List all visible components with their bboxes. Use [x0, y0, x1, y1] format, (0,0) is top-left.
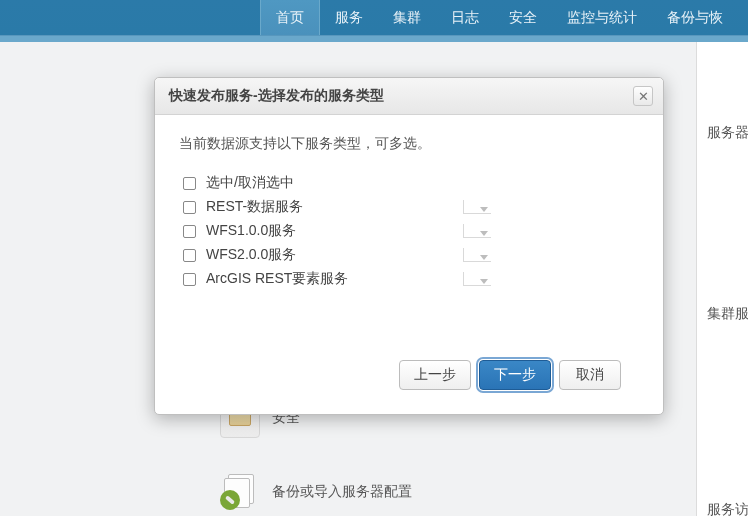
option-label: ArcGIS REST要素服务 — [206, 270, 348, 288]
prev-button[interactable]: 上一步 — [399, 360, 471, 390]
checkbox[interactable] — [183, 273, 196, 286]
nav-security[interactable]: 安全 — [494, 0, 552, 35]
chevron-down-icon — [480, 231, 488, 236]
nav-label: 安全 — [509, 9, 537, 27]
expand-toggle[interactable] — [463, 224, 491, 238]
dialog-description: 当前数据源支持以下服务类型，可多选。 — [179, 135, 639, 153]
option-list: 选中/取消选中 REST-数据服务 WFS1.0.0服务 WFS2.0.0服务 … — [179, 171, 639, 291]
button-label: 取消 — [576, 366, 604, 384]
expand-toggle[interactable] — [463, 248, 491, 262]
option-wfs200: WFS2.0.0服务 — [183, 243, 639, 267]
dialog-body: 当前数据源支持以下服务类型，可多选。 选中/取消选中 REST-数据服务 WFS… — [155, 115, 663, 414]
option-label: WFS1.0.0服务 — [206, 222, 296, 240]
option-rest-data: REST-数据服务 — [183, 195, 639, 219]
nav-label: 首页 — [276, 9, 304, 27]
nav-label: 服务 — [335, 9, 363, 27]
topnav: 首页 服务 集群 日志 安全 监控与统计 备份与恢 — [0, 0, 748, 36]
checkbox[interactable] — [183, 225, 196, 238]
option-label: REST-数据服务 — [206, 198, 303, 216]
nav-label: 监控与统计 — [567, 9, 637, 27]
next-button[interactable]: 下一步 — [479, 360, 551, 390]
expand-toggle[interactable] — [463, 200, 491, 214]
nav-cluster[interactable]: 集群 — [378, 0, 436, 35]
close-icon[interactable]: ✕ — [633, 86, 653, 106]
close-glyph: ✕ — [638, 90, 649, 103]
nav-label: 备份与恢 — [667, 9, 723, 27]
dialog-titlebar: 快速发布服务-选择发布的服务类型 ✕ — [155, 78, 663, 115]
button-label: 下一步 — [494, 366, 536, 384]
cancel-button[interactable]: 取消 — [559, 360, 621, 390]
chevron-down-icon — [480, 255, 488, 260]
option-arcgis-rest: ArcGIS REST要素服务 — [183, 267, 639, 291]
nav-services[interactable]: 服务 — [320, 0, 378, 35]
option-label: WFS2.0.0服务 — [206, 246, 296, 264]
nav-backup[interactable]: 备份与恢 — [652, 0, 738, 35]
nav-label: 集群 — [393, 9, 421, 27]
expand-toggle[interactable] — [463, 272, 491, 286]
option-label: 选中/取消选中 — [206, 174, 294, 192]
right-panel: 服务器基 集群服务 服务访问 — [696, 42, 748, 516]
button-label: 上一步 — [414, 366, 456, 384]
nav-label: 日志 — [451, 9, 479, 27]
right-label-access: 服务访问 — [707, 501, 748, 516]
dialog-title: 快速发布服务-选择发布的服务类型 — [169, 87, 384, 105]
nav-logs[interactable]: 日志 — [436, 0, 494, 35]
nav-monitor[interactable]: 监控与统计 — [552, 0, 652, 35]
backup-icon — [220, 472, 260, 512]
checkbox[interactable] — [183, 177, 196, 190]
chevron-down-icon — [480, 207, 488, 212]
chevron-down-icon — [480, 279, 488, 284]
checkbox[interactable] — [183, 249, 196, 262]
option-wfs100: WFS1.0.0服务 — [183, 219, 639, 243]
nav-home[interactable]: 首页 — [260, 0, 320, 35]
checkbox[interactable] — [183, 201, 196, 214]
right-label-cluster: 集群服务 — [707, 305, 748, 323]
publish-dialog: 快速发布服务-选择发布的服务类型 ✕ 当前数据源支持以下服务类型，可多选。 选中… — [154, 77, 664, 415]
bg-label-backup: 备份或导入服务器配置 — [272, 483, 412, 501]
dialog-button-bar: 上一步 下一步 取消 — [179, 341, 639, 408]
option-select-all: 选中/取消选中 — [183, 171, 639, 195]
bg-row-backup[interactable]: 备份或导入服务器配置 — [220, 472, 412, 512]
right-label-server: 服务器基 — [707, 124, 748, 142]
